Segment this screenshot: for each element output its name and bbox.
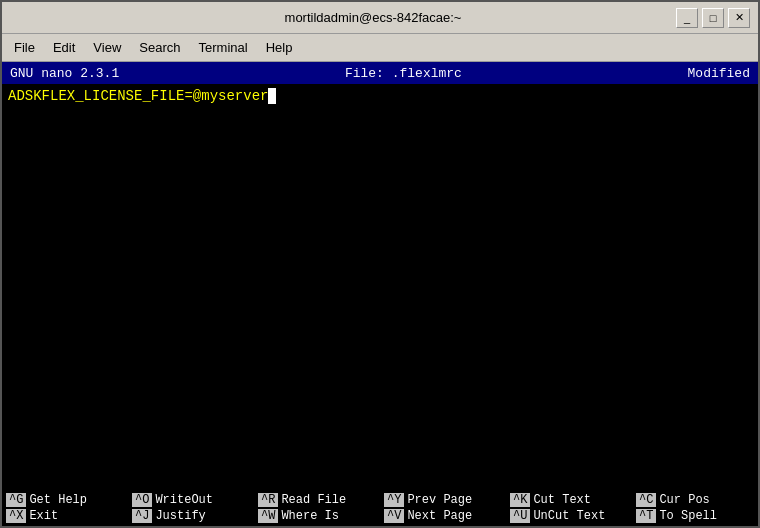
shortcut-label: Justify <box>155 509 205 523</box>
editor-area[interactable]: ADSKFLEX_LICENSE_FILE=@myserver <box>2 84 758 490</box>
shortcut-label: Cut Text <box>533 493 591 507</box>
title-bar: mortildadmin@ecs-842facae:~ _ □ ✕ <box>2 2 758 34</box>
shortcut-row-2: ^XExit^JJustify^WWhere Is^VNext Page^UUn… <box>2 508 758 524</box>
editor-content: ADSKFLEX_LICENSE_FILE=@myserver <box>8 88 268 104</box>
shortcut-row-1: ^GGet Help^OWriteOut^RRead File^YPrev Pa… <box>2 492 758 508</box>
shortcut-label: Next Page <box>407 509 472 523</box>
minimize-button[interactable]: _ <box>676 8 698 28</box>
shortcut-item[interactable]: ^TTo Spell <box>632 508 758 524</box>
terminal-window: mortildadmin@ecs-842facae:~ _ □ ✕ File E… <box>0 0 760 528</box>
shortcut-key: ^R <box>258 493 278 507</box>
shortcut-key: ^V <box>384 509 404 523</box>
shortcut-label: Get Help <box>29 493 87 507</box>
nano-status-bar: GNU nano 2.3.1 File: .flexlmrc Modified <box>2 62 758 84</box>
shortcut-item[interactable]: ^OWriteOut <box>128 492 254 508</box>
editor-cursor <box>268 88 276 104</box>
shortcut-label: UnCut Text <box>533 509 605 523</box>
shortcut-key: ^Y <box>384 493 404 507</box>
shortcut-key: ^W <box>258 509 278 523</box>
shortcut-item[interactable]: ^RRead File <box>254 492 380 508</box>
editor-line-1: ADSKFLEX_LICENSE_FILE=@myserver <box>8 88 752 104</box>
shortcut-label: Prev Page <box>407 493 472 507</box>
shortcut-label: Exit <box>29 509 58 523</box>
nano-filename: File: .flexlmrc <box>345 66 462 81</box>
shortcut-label: Read File <box>281 493 346 507</box>
shortcut-key: ^C <box>636 493 656 507</box>
menu-bar: File Edit View Search Terminal Help <box>2 34 758 62</box>
shortcut-key: ^K <box>510 493 530 507</box>
menu-search[interactable]: Search <box>131 38 188 57</box>
shortcut-item[interactable]: ^JJustify <box>128 508 254 524</box>
nano-version: GNU nano 2.3.1 <box>10 66 119 81</box>
menu-help[interactable]: Help <box>258 38 301 57</box>
shortcut-key: ^U <box>510 509 530 523</box>
shortcut-item[interactable]: ^KCut Text <box>506 492 632 508</box>
shortcut-key: ^X <box>6 509 26 523</box>
shortcut-key: ^J <box>132 509 152 523</box>
shortcut-item[interactable]: ^UUnCut Text <box>506 508 632 524</box>
maximize-button[interactable]: □ <box>702 8 724 28</box>
menu-terminal[interactable]: Terminal <box>191 38 256 57</box>
shortcut-item[interactable]: ^WWhere Is <box>254 508 380 524</box>
menu-file[interactable]: File <box>6 38 43 57</box>
window-title: mortildadmin@ecs-842facae:~ <box>70 10 676 25</box>
shortcut-key: ^T <box>636 509 656 523</box>
shortcut-item[interactable]: ^VNext Page <box>380 508 506 524</box>
nano-modified: Modified <box>688 66 750 81</box>
shortcut-label: WriteOut <box>155 493 213 507</box>
shortcut-item[interactable]: ^YPrev Page <box>380 492 506 508</box>
shortcut-item[interactable]: ^XExit <box>2 508 128 524</box>
shortcut-label: Where Is <box>281 509 339 523</box>
shortcut-key: ^O <box>132 493 152 507</box>
shortcut-key: ^G <box>6 493 26 507</box>
shortcut-item[interactable]: ^CCur Pos <box>632 492 758 508</box>
menu-edit[interactable]: Edit <box>45 38 83 57</box>
menu-view[interactable]: View <box>85 38 129 57</box>
shortcut-label: Cur Pos <box>659 493 709 507</box>
shortcut-bars: ^GGet Help^OWriteOut^RRead File^YPrev Pa… <box>2 490 758 526</box>
shortcut-item[interactable]: ^GGet Help <box>2 492 128 508</box>
close-button[interactable]: ✕ <box>728 8 750 28</box>
shortcut-label: To Spell <box>659 509 717 523</box>
window-controls: _ □ ✕ <box>676 8 750 28</box>
